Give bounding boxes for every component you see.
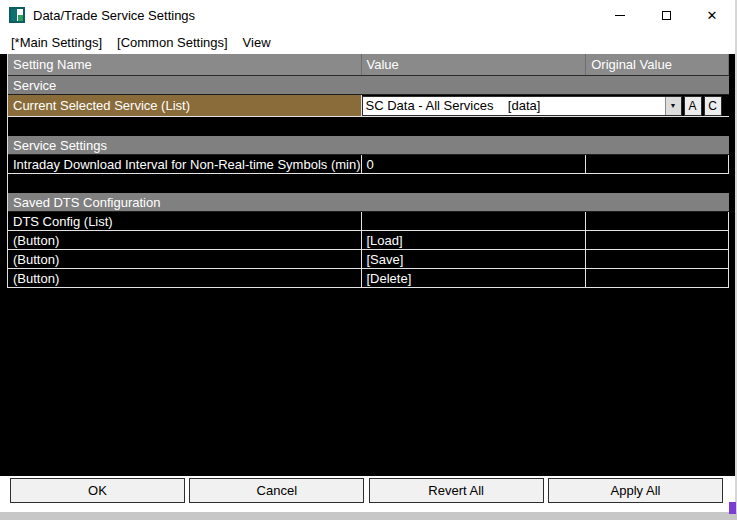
chevron-down-icon[interactable]: ▼: [665, 97, 681, 115]
apply-all-button[interactable]: Apply All: [548, 478, 723, 503]
original-value-cell: [586, 250, 729, 268]
original-value-cell: [586, 212, 729, 230]
close-icon: ✕: [707, 9, 718, 22]
setting-value-cell[interactable]: [362, 212, 587, 230]
caption-buttons: ✕: [597, 0, 735, 30]
section-saved-dts-configuration: Saved DTS Configuration: [8, 193, 729, 212]
window-title: Data/Trade Service Settings: [33, 8, 195, 23]
setting-name-cell: (Button): [8, 231, 362, 249]
menubar: [*Main Settings] [Common Settings] View: [0, 30, 735, 54]
ok-button[interactable]: OK: [10, 478, 185, 503]
row-save-button: (Button) [Save]: [8, 250, 729, 269]
spacer-row: [8, 117, 729, 136]
column-header-setting-name: Setting Name: [8, 54, 362, 75]
close-button[interactable]: ✕: [689, 0, 735, 30]
row-load-button: (Button) [Load]: [8, 231, 729, 250]
menu-view[interactable]: View: [242, 33, 272, 52]
section-service-settings: Service Settings: [8, 136, 729, 155]
service-dropdown-value: SC Data - All Services [data]: [363, 97, 665, 115]
setting-value-cell: SC Data - All Services [data] ▼ A C: [362, 95, 729, 116]
cancel-button[interactable]: Cancel: [189, 478, 364, 503]
dialog-window: Data/Trade Service Settings ✕ [*Main Set…: [0, 0, 737, 512]
settings-area: Setting Name Value Original Value Servic…: [0, 54, 735, 476]
minimize-button[interactable]: [597, 0, 643, 30]
background-window-fragment: [729, 502, 736, 514]
minimize-icon: [615, 15, 625, 16]
setting-name-cell: (Button): [8, 250, 362, 268]
column-header-original-value: Original Value: [586, 54, 729, 75]
a-button[interactable]: A: [684, 96, 702, 116]
section-service: Service: [8, 76, 729, 95]
maximize-button[interactable]: [643, 0, 689, 30]
maximize-icon: [662, 11, 671, 20]
save-button[interactable]: [Save]: [362, 250, 587, 268]
original-value-cell: [586, 269, 729, 287]
load-button[interactable]: [Load]: [362, 231, 587, 249]
menu-main-settings[interactable]: [*Main Settings]: [10, 33, 103, 52]
revert-all-button[interactable]: Revert All: [369, 478, 544, 503]
setting-name-cell: (Button): [8, 269, 362, 287]
setting-name-cell[interactable]: Current Selected Service (List): [8, 95, 362, 116]
c-button[interactable]: C: [704, 96, 722, 116]
service-dropdown[interactable]: SC Data - All Services [data] ▼: [362, 96, 682, 116]
original-value-cell: [586, 155, 729, 173]
setting-name-cell[interactable]: Intraday Download Interval for Non-Real-…: [8, 155, 362, 173]
row-intraday-download-interval: Intraday Download Interval for Non-Real-…: [8, 155, 729, 174]
row-dts-config-list: DTS Config (List): [8, 212, 729, 231]
footer-bar: OK Cancel Revert All Apply All: [0, 476, 735, 512]
settings-grid: Setting Name Value Original Value Servic…: [7, 54, 729, 288]
titlebar: Data/Trade Service Settings ✕: [0, 0, 735, 30]
setting-name-cell[interactable]: DTS Config (List): [8, 212, 362, 230]
grid-header-row: Setting Name Value Original Value: [8, 54, 729, 76]
original-value-cell: [586, 231, 729, 249]
column-header-value: Value: [362, 54, 587, 75]
menu-common-settings[interactable]: [Common Settings]: [116, 33, 229, 52]
row-delete-button: (Button) [Delete]: [8, 269, 729, 288]
spacer-row: [8, 174, 729, 193]
app-icon: [9, 7, 25, 23]
delete-button[interactable]: [Delete]: [362, 269, 587, 287]
row-current-selected-service: Current Selected Service (List) SC Data …: [8, 95, 729, 117]
setting-value-cell[interactable]: 0: [362, 155, 587, 173]
